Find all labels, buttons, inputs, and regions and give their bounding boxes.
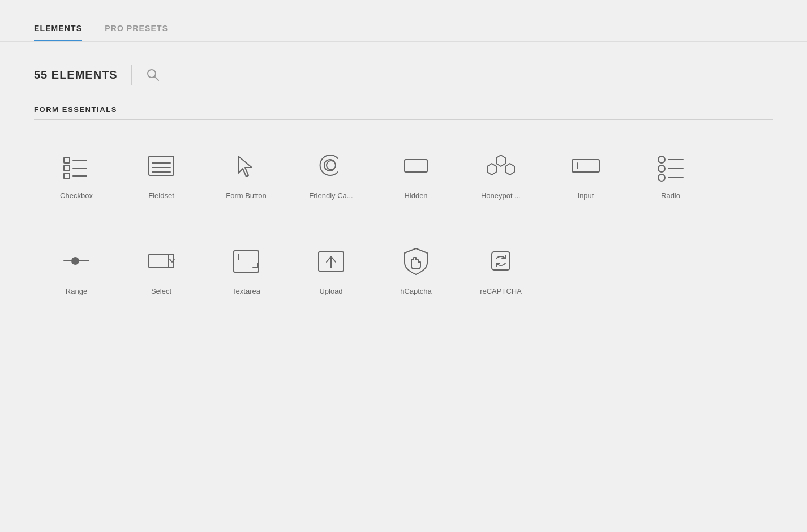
- section-title: FORM ESSENTIALS: [34, 105, 773, 114]
- friendly-captcha-icon: [314, 147, 348, 183]
- svg-rect-3: [64, 165, 70, 171]
- element-radio[interactable]: Radio: [628, 138, 713, 211]
- element-hcaptcha[interactable]: hCaptcha: [374, 234, 458, 307]
- checkbox-label: Checkbox: [60, 191, 93, 200]
- svg-point-26: [72, 258, 79, 264]
- search-icon: [145, 67, 160, 82]
- select-label: Select: [151, 287, 171, 295]
- radio-label: Radio: [661, 191, 680, 200]
- svg-marker-15: [487, 164, 496, 175]
- fieldset-icon: [144, 147, 178, 183]
- hcaptcha-label: hCaptcha: [400, 287, 432, 295]
- range-label: Range: [66, 287, 87, 295]
- element-upload[interactable]: Upload: [289, 234, 374, 307]
- element-range[interactable]: Range: [34, 234, 119, 307]
- elements-count: 55 ELEMENTS: [34, 68, 118, 81]
- svg-rect-13: [405, 160, 427, 172]
- element-form-button[interactable]: Form Button: [204, 138, 289, 211]
- element-fieldset[interactable]: Fieldset: [119, 138, 204, 211]
- tab-pro-presets[interactable]: PRO PRESETS: [105, 17, 168, 41]
- page-wrapper: ELEMENTS PRO PRESETS 55 ELEMENTS FORM ES…: [0, 0, 807, 341]
- vertical-divider: [131, 65, 132, 85]
- input-icon: [569, 147, 603, 183]
- range-icon: [59, 243, 93, 279]
- grid-row-gap: [34, 222, 773, 234]
- svg-marker-14: [496, 155, 505, 166]
- tab-elements[interactable]: ELEMENTS: [34, 17, 82, 41]
- svg-rect-27: [149, 254, 174, 268]
- svg-point-20: [658, 165, 665, 172]
- form-button-icon: [229, 147, 263, 183]
- svg-point-21: [658, 174, 665, 181]
- honeypot-label: Honeypot ...: [481, 191, 521, 200]
- svg-line-1: [154, 77, 158, 81]
- element-friendly-captcha[interactable]: Friendly Ca...: [289, 138, 374, 211]
- section-divider: [34, 119, 773, 120]
- fieldset-label: Fieldset: [148, 191, 174, 200]
- element-honeypot[interactable]: Honeypot ...: [458, 138, 543, 211]
- radio-icon: [654, 147, 688, 183]
- element-input[interactable]: Input: [543, 138, 628, 211]
- elements-grid-row1: Checkbox Fieldset: [34, 138, 773, 222]
- elements-grid-row2: Range Select: [34, 234, 773, 318]
- element-checkbox[interactable]: Checkbox: [34, 138, 119, 211]
- hidden-icon: [399, 147, 433, 183]
- hcaptcha-icon: [399, 243, 433, 279]
- element-select[interactable]: Select: [119, 234, 204, 307]
- upload-label: Upload: [319, 287, 342, 295]
- svg-rect-4: [64, 173, 70, 179]
- svg-rect-17: [572, 160, 599, 172]
- textarea-label: Textarea: [232, 287, 260, 295]
- element-recaptcha[interactable]: reCAPTCHA: [458, 234, 543, 307]
- input-label: Input: [578, 191, 594, 200]
- svg-point-19: [658, 156, 665, 163]
- element-textarea[interactable]: Textarea: [204, 234, 289, 307]
- checkbox-icon: [59, 147, 93, 183]
- friendly-captcha-label: Friendly Ca...: [309, 191, 353, 200]
- recaptcha-icon: [484, 243, 518, 279]
- form-button-label: Form Button: [226, 191, 267, 200]
- content-area: 55 ELEMENTS FORM ESSENTIALS: [0, 42, 807, 341]
- hidden-label: Hidden: [404, 191, 427, 200]
- tabs-bar: ELEMENTS PRO PRESETS: [0, 0, 807, 42]
- recaptcha-label: reCAPTCHA: [480, 287, 522, 295]
- svg-marker-16: [505, 164, 514, 175]
- textarea-icon: [229, 243, 263, 279]
- select-icon: [144, 243, 178, 279]
- svg-rect-2: [64, 157, 70, 163]
- header-row: 55 ELEMENTS: [34, 65, 773, 85]
- element-hidden[interactable]: Hidden: [374, 138, 458, 211]
- svg-rect-29: [234, 251, 259, 272]
- svg-rect-33: [492, 252, 510, 270]
- upload-icon: [314, 243, 348, 279]
- search-button[interactable]: [145, 67, 160, 82]
- honeypot-icon: [484, 147, 518, 183]
